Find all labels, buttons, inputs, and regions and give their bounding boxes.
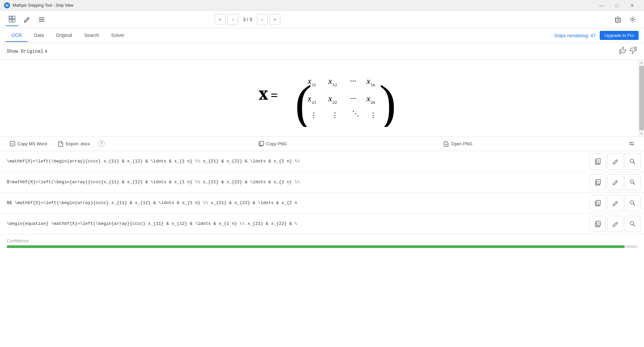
tab-solver[interactable]: Solver [105,29,130,42]
svg-text:12: 12 [332,82,337,87]
tab-search[interactable]: Search [78,29,105,42]
delete-button[interactable] [612,13,624,26]
minimize-button[interactable]: — [594,0,609,11]
app-title: Mathpix Snipping Tool - Snip View [13,3,73,8]
scroll-up-arrow[interactable]: ▲ [639,60,644,65]
menu-button[interactable] [35,13,48,26]
search-button-2[interactable] [625,174,641,190]
svg-rect-0 [9,16,12,19]
svg-text:): ) [379,75,396,127]
confidence-bar [7,245,637,248]
trash-icon [614,16,622,23]
preview-scrollbar[interactable]: ▲ ▼ [639,60,644,136]
copy-button-3[interactable] [590,195,606,211]
math-rendered: 𝐗 = ( ) x 11 x 12 ··· x 1n x 21 x 22 ···… [241,66,402,130]
nav-prev-button[interactable]: ‹ [227,14,238,25]
svg-text:11: 11 [312,82,316,87]
close-button[interactable]: ✕ [625,0,640,11]
svg-rect-3 [12,19,15,22]
export-docx-label: Export .docx [66,141,90,146]
svg-text:⋮: ⋮ [310,111,317,119]
copy-button-2[interactable] [590,174,606,190]
clipboard-icon [594,158,601,165]
table-row: $$ \mathbf{X}=\left(\begin{array}{cccc} … [0,193,644,213]
export-settings-icon [629,141,635,147]
svg-text:x: x [328,94,332,103]
search-icon-2 [629,179,636,186]
search-icon-1 [629,158,636,165]
open-png-label: Open PNG [451,141,473,146]
show-original-bar: Show Original ∨ [0,43,644,60]
settings-button[interactable] [627,13,639,26]
svg-point-12 [632,18,634,20]
menu-icon [38,16,45,23]
svg-line-50 [633,162,635,164]
edit-icon-4 [612,220,619,227]
help-button[interactable]: ? [98,140,105,147]
edit-button-3[interactable] [607,195,623,211]
open-png-button[interactable]: Open PNG [440,139,475,148]
scroll-down-arrow[interactable]: ▼ [639,131,644,136]
upgrade-button[interactable]: Upgrade to Pro [600,31,639,40]
search-button-1[interactable] [625,153,641,169]
search-icon-4 [629,220,636,227]
svg-text:x: x [366,94,370,103]
svg-text:···: ··· [350,94,356,103]
table-row: \mathbf{X}=\left(\begin{array}{cccc} x_{… [0,151,644,172]
tab-ocr[interactable]: OCR [5,29,28,42]
gear-icon [629,16,636,23]
svg-rect-2 [9,19,12,22]
copy-word-button[interactable]: W Copy MS Word [7,139,50,148]
show-original-toggle[interactable]: Show Original ∨ [7,48,48,54]
export-docx-button[interactable]: Export .docx [55,139,93,148]
search-icon-3 [629,200,636,206]
toolbar-right [612,13,639,26]
copy-button-1[interactable] [590,153,606,169]
thumbs-up-button[interactable] [619,46,627,56]
edit-button[interactable] [20,13,34,26]
export-settings-button[interactable] [626,139,637,148]
nav-first-button[interactable]: « [215,14,225,25]
window-controls: — □ ✕ [594,0,640,11]
scroll-thumb[interactable] [639,66,644,130]
confidence-fill [7,245,625,248]
table-row: $\mathbf{X}=\left(\begin{array}{cccc}x_{… [0,172,644,193]
edit-icon-2 [612,179,619,186]
edit-icon-1 [612,158,619,165]
maximize-button[interactable]: □ [609,0,625,11]
tabs-bar: OCR Data Original Search Solver Snips re… [0,28,644,43]
edit-button-1[interactable] [607,153,623,169]
confidence-section: Confidence [0,234,644,250]
svg-text:x: x [307,94,311,103]
clipboard-icon-3 [594,200,601,206]
tab-original[interactable]: Original [50,29,78,42]
svg-text:x: x [307,77,311,86]
latex-actions-3 [589,194,644,212]
edit-button-2[interactable] [607,174,623,190]
edit-icon [23,16,31,23]
svg-text:x: x [366,77,370,86]
svg-rect-14 [635,47,636,51]
svg-text:x: x [328,77,332,86]
copy-png-button[interactable]: Copy PNG [256,139,290,148]
thumbs-down-button[interactable] [629,46,637,56]
thumbs-down-icon [629,46,637,54]
edit-icon-3 [612,200,619,206]
svg-text:21: 21 [312,100,316,105]
tab-data[interactable]: Data [28,29,50,42]
svg-text:⋮: ⋮ [370,111,377,119]
nav-controls: « ‹ 3 / 3 › » [215,14,280,25]
copy-button-4[interactable] [590,216,606,232]
nav-next-button[interactable]: › [257,14,268,25]
latex-actions-2 [589,174,644,191]
edit-button-4[interactable] [607,216,623,232]
search-button-3[interactable] [625,195,641,211]
search-button-4[interactable] [625,216,641,232]
nav-last-button[interactable]: » [270,14,280,25]
clipboard-icon-4 [594,220,601,227]
svg-text:1n: 1n [371,82,375,87]
snip-button[interactable] [5,13,19,26]
nav-label: 3 / 3 [240,17,255,22]
copy-word-label: Copy MS Word [17,141,47,146]
app-logo: M [4,2,10,8]
